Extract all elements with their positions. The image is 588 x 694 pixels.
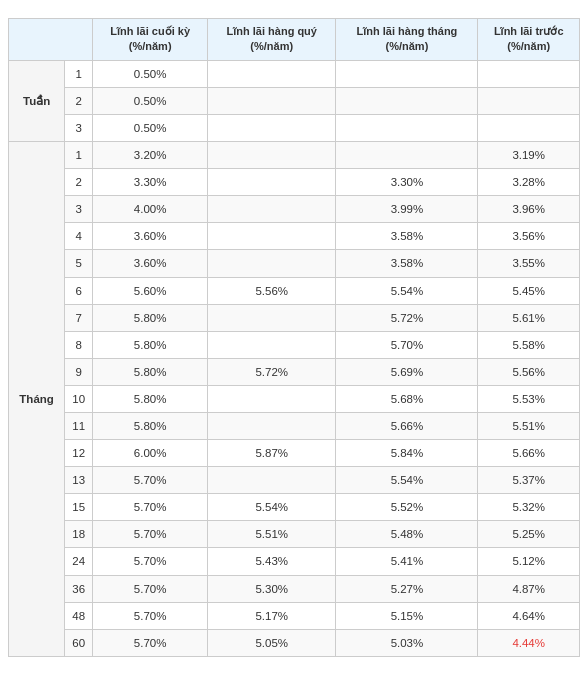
cuoi-ky-cell: 3.30% [93,169,208,196]
truoc-cell: 3.56% [478,223,580,250]
hang-quy-cell: 5.72% [208,358,336,385]
period-cell: 1 [65,60,93,87]
truoc-cell: 5.51% [478,413,580,440]
hang-thang-cell: 5.72% [336,304,478,331]
cuoi-ky-cell: 5.80% [93,304,208,331]
cuoi-ky-cell: 5.80% [93,358,208,385]
truoc-cell: 5.66% [478,440,580,467]
truoc-cell: 5.37% [478,467,580,494]
cuoi-ky-cell: 4.00% [93,196,208,223]
truoc-cell: 4.64% [478,602,580,629]
group-label: Tháng [9,142,65,657]
truoc-cell: 3.19% [478,142,580,169]
hang-quy-cell [208,114,336,141]
period-cell: 2 [65,87,93,114]
cuoi-ky-cell: 5.70% [93,467,208,494]
header-cuoi-ky: Lĩnh lãi cuối kỳ(%/năm) [93,19,208,61]
hang-thang-cell [336,142,478,169]
period-cell: 6 [65,277,93,304]
period-cell: 13 [65,467,93,494]
truoc-cell: 3.28% [478,169,580,196]
period-cell: 2 [65,169,93,196]
period-cell: 8 [65,331,93,358]
truoc-cell: 4.44% [478,629,580,656]
hang-quy-cell: 5.43% [208,548,336,575]
hang-thang-cell: 3.58% [336,223,478,250]
truoc-cell [478,114,580,141]
interest-rate-table: Lĩnh lãi cuối kỳ(%/năm) Lĩnh lãi hàng qu… [8,18,580,657]
hang-quy-cell: 5.51% [208,521,336,548]
cuoi-ky-cell: 5.70% [93,602,208,629]
truoc-cell: 5.61% [478,304,580,331]
cuoi-ky-cell: 5.70% [93,575,208,602]
page-container: Lĩnh lãi cuối kỳ(%/năm) Lĩnh lãi hàng qu… [0,0,588,667]
header-hang-thang: Lĩnh lãi hàng tháng(%/năm) [336,19,478,61]
period-cell: 3 [65,196,93,223]
period-cell: 9 [65,358,93,385]
period-cell: 24 [65,548,93,575]
period-cell: 48 [65,602,93,629]
hang-thang-cell: 5.15% [336,602,478,629]
hang-quy-cell: 5.54% [208,494,336,521]
cuoi-ky-cell: 5.70% [93,548,208,575]
truoc-cell [478,87,580,114]
cuoi-ky-cell: 5.80% [93,331,208,358]
cuoi-ky-cell: 5.80% [93,385,208,412]
cuoi-ky-cell: 0.50% [93,60,208,87]
truoc-cell: 4.87% [478,575,580,602]
hang-thang-cell: 5.70% [336,331,478,358]
period-cell: 7 [65,304,93,331]
hang-thang-cell: 5.54% [336,277,478,304]
cuoi-ky-cell: 6.00% [93,440,208,467]
cuoi-ky-cell: 5.80% [93,413,208,440]
period-cell: 11 [65,413,93,440]
hang-quy-cell: 5.56% [208,277,336,304]
truoc-cell [478,60,580,87]
hang-quy-cell: 5.30% [208,575,336,602]
period-cell: 36 [65,575,93,602]
hang-quy-cell [208,87,336,114]
cuoi-ky-cell: 0.50% [93,87,208,114]
period-cell: 18 [65,521,93,548]
hang-quy-cell [208,467,336,494]
hang-thang-cell: 5.84% [336,440,478,467]
hang-quy-cell: 5.17% [208,602,336,629]
cuoi-ky-cell: 3.20% [93,142,208,169]
hang-quy-cell: 5.87% [208,440,336,467]
hang-thang-cell [336,114,478,141]
hang-thang-cell: 3.99% [336,196,478,223]
period-cell: 15 [65,494,93,521]
header-hang-quy: Lĩnh lãi hàng quý(%/năm) [208,19,336,61]
cuoi-ky-cell: 5.70% [93,629,208,656]
hang-quy-cell [208,250,336,277]
cuoi-ky-cell: 3.60% [93,223,208,250]
cuoi-ky-cell: 5.60% [93,277,208,304]
header-truoc: Lĩnh lãi trước(%/năm) [478,19,580,61]
period-cell: 10 [65,385,93,412]
truoc-cell: 5.53% [478,385,580,412]
hang-quy-cell [208,196,336,223]
period-cell: 1 [65,142,93,169]
cuoi-ky-cell: 0.50% [93,114,208,141]
hang-thang-cell: 3.58% [336,250,478,277]
hang-thang-cell: 5.48% [336,521,478,548]
period-cell: 3 [65,114,93,141]
hang-thang-cell: 5.27% [336,575,478,602]
cuoi-ky-cell: 3.60% [93,250,208,277]
hang-thang-cell [336,87,478,114]
hang-thang-cell: 3.30% [336,169,478,196]
hang-quy-cell: 5.05% [208,629,336,656]
header-ky-han [9,19,93,61]
cuoi-ky-cell: 5.70% [93,521,208,548]
hang-quy-cell [208,60,336,87]
hang-quy-cell [208,413,336,440]
truoc-cell: 5.25% [478,521,580,548]
period-cell: 60 [65,629,93,656]
hang-thang-cell: 5.54% [336,467,478,494]
period-cell: 5 [65,250,93,277]
hang-thang-cell [336,60,478,87]
hang-thang-cell: 5.03% [336,629,478,656]
truoc-cell: 5.32% [478,494,580,521]
truoc-cell: 5.12% [478,548,580,575]
hang-thang-cell: 5.68% [336,385,478,412]
